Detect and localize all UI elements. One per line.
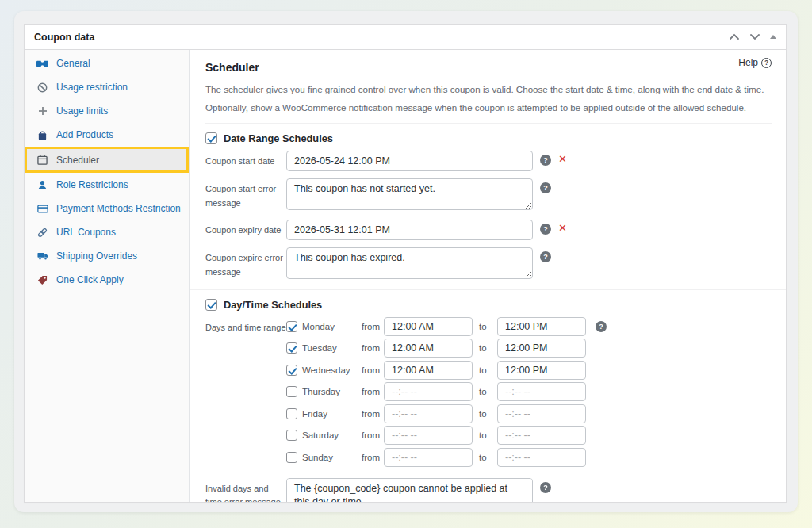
monday-to-input[interactable] bbox=[497, 317, 586, 336]
sidebar-item-label: Add Products bbox=[56, 129, 113, 140]
to-label: to bbox=[479, 343, 492, 353]
monday-from-input[interactable] bbox=[384, 317, 473, 336]
day-row-sunday: Sunday from to bbox=[286, 448, 607, 467]
coupon-expiry-date-input[interactable] bbox=[286, 220, 533, 240]
coupon-start-error-textarea[interactable]: This coupon has not started yet. bbox=[286, 178, 533, 210]
credit-card-icon bbox=[36, 205, 48, 213]
saturday-to-input[interactable] bbox=[497, 426, 586, 445]
bag-icon bbox=[36, 130, 48, 140]
monday-checkbox[interactable] bbox=[286, 321, 297, 332]
field-label: Coupon start date bbox=[205, 151, 286, 171]
sidebar-item-role-restrictions[interactable]: Role Restrictions bbox=[25, 173, 189, 197]
question-badge-icon[interactable]: ? bbox=[540, 155, 551, 166]
saturday-from-input[interactable] bbox=[384, 426, 473, 445]
day-time-schedules-checkbox[interactable] bbox=[205, 299, 217, 311]
move-down-icon[interactable] bbox=[749, 33, 760, 40]
day-time-schedules-heading: Day/Time Schedules bbox=[224, 299, 322, 311]
sidebar-item-label: One Click Apply bbox=[56, 274, 124, 285]
day-label: Sunday bbox=[302, 453, 333, 462]
to-label: to bbox=[479, 409, 492, 419]
wednesday-checkbox[interactable] bbox=[286, 365, 297, 376]
sidebar-item-scheduler[interactable]: Scheduler bbox=[25, 147, 189, 173]
wednesday-from-input[interactable] bbox=[384, 361, 473, 380]
sidebar-item-usage-limits[interactable]: Usage limits bbox=[25, 99, 189, 123]
sidebar-item-label: General bbox=[56, 58, 90, 69]
help-link[interactable]: Help ? bbox=[738, 57, 772, 68]
from-label: from bbox=[362, 409, 384, 419]
tag-icon bbox=[36, 275, 48, 285]
sidebar-item-label: Scheduler bbox=[56, 155, 99, 166]
sidebar-item-label: Shipping Overrides bbox=[56, 251, 137, 262]
days-and-time-range-label: Days and time range bbox=[205, 317, 286, 467]
help-label: Help bbox=[738, 57, 758, 68]
date-range-schedules-heading: Date Range Schedules bbox=[224, 132, 333, 144]
clear-expiry-date-icon[interactable]: ✕ bbox=[558, 223, 567, 233]
day-label: Tuesday bbox=[302, 343, 337, 353]
clear-start-date-icon[interactable]: ✕ bbox=[558, 154, 567, 164]
from-label: from bbox=[362, 343, 384, 353]
sidebar-item-general[interactable]: General bbox=[25, 52, 189, 75]
wednesday-to-input[interactable] bbox=[497, 361, 586, 380]
day-row-wednesday: Wednesday from to bbox=[286, 361, 607, 380]
coupon-expire-error-textarea[interactable]: This coupon has expired. bbox=[286, 247, 533, 279]
invalid-days-error-row: Invalid days and time error message The … bbox=[205, 478, 772, 502]
friday-checkbox[interactable] bbox=[286, 408, 297, 419]
to-label: to bbox=[479, 365, 492, 375]
sunday-from-input[interactable] bbox=[384, 448, 473, 467]
metabox-title: Coupon data bbox=[34, 32, 94, 43]
question-badge-icon[interactable]: ? bbox=[540, 251, 551, 262]
sidebar-item-shipping-overrides[interactable]: Shipping Overrides bbox=[25, 244, 189, 268]
sunday-to-input[interactable] bbox=[497, 448, 586, 467]
collapse-toggle-icon[interactable] bbox=[770, 35, 776, 39]
day-label: Monday bbox=[302, 322, 335, 331]
sidebar-item-usage-restriction[interactable]: Usage restriction bbox=[25, 75, 189, 99]
question-badge-icon[interactable]: ? bbox=[540, 482, 551, 493]
scheduler-description: The scheduler gives you fine grained con… bbox=[205, 81, 772, 124]
sidebar-item-payment-methods[interactable]: Payment Methods Restriction bbox=[25, 197, 189, 220]
tuesday-checkbox[interactable] bbox=[286, 342, 297, 354]
sunday-checkbox[interactable] bbox=[286, 452, 297, 463]
to-label: to bbox=[479, 387, 492, 396]
question-badge-icon[interactable]: ? bbox=[596, 321, 607, 332]
move-up-icon[interactable] bbox=[729, 33, 740, 40]
tuesday-from-input[interactable] bbox=[384, 339, 473, 358]
day-row-saturday: Saturday from to bbox=[286, 426, 607, 445]
coupon-data-sidebar: General Usage restriction Usage limits bbox=[25, 50, 190, 502]
thursday-to-input[interactable] bbox=[497, 382, 586, 401]
saturday-checkbox[interactable] bbox=[286, 430, 297, 441]
from-label: from bbox=[362, 453, 384, 462]
coupon-expiry-date-row: Coupon expiry date ? ✕ bbox=[205, 220, 772, 240]
friday-from-input[interactable] bbox=[384, 404, 473, 423]
from-label: from bbox=[362, 430, 384, 440]
plus-icon bbox=[36, 106, 48, 116]
sidebar-item-add-products[interactable]: Add Products bbox=[25, 123, 189, 147]
sidebar-item-label: Usage restriction bbox=[56, 82, 128, 93]
sidebar-item-label: URL Coupons bbox=[56, 227, 116, 238]
day-row-monday: Monday from to ? bbox=[286, 317, 607, 336]
from-label: from bbox=[362, 322, 384, 331]
tuesday-to-input[interactable] bbox=[497, 339, 586, 358]
field-label: Coupon expiry date bbox=[205, 220, 286, 240]
day-label: Friday bbox=[302, 409, 327, 419]
sidebar-item-label: Usage limits bbox=[56, 105, 108, 117]
from-label: from bbox=[362, 387, 384, 396]
truck-icon bbox=[36, 251, 48, 261]
to-label: to bbox=[479, 322, 492, 331]
date-range-schedules-checkbox[interactable] bbox=[205, 132, 217, 144]
coupon-start-date-input[interactable] bbox=[286, 151, 533, 171]
no-entry-icon bbox=[36, 82, 48, 93]
calendar-icon bbox=[36, 155, 48, 165]
question-badge-icon[interactable]: ? bbox=[540, 224, 551, 235]
sidebar-item-one-click-apply[interactable]: One Click Apply bbox=[25, 268, 189, 292]
field-label: Coupon start error message bbox=[205, 178, 286, 210]
friday-to-input[interactable] bbox=[497, 404, 586, 423]
question-badge-icon[interactable]: ? bbox=[540, 182, 551, 193]
metabox-header: Coupon data bbox=[25, 25, 786, 50]
sidebar-item-url-coupons[interactable]: URL Coupons bbox=[25, 220, 189, 244]
day-row-thursday: Thursday from to bbox=[286, 382, 607, 401]
sidebar-item-label: Payment Methods Restriction bbox=[56, 203, 181, 214]
thursday-checkbox[interactable] bbox=[286, 386, 297, 397]
invalid-days-error-textarea[interactable]: The {coupon_code} coupon cannot be appli… bbox=[286, 478, 533, 502]
scheduler-panel: Scheduler Help ? The scheduler gives you… bbox=[190, 50, 786, 502]
thursday-from-input[interactable] bbox=[384, 382, 473, 401]
